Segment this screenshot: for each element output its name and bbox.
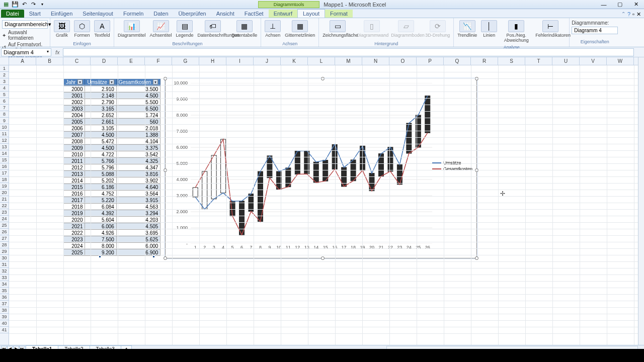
tab-pagelayout[interactable]: Seitenlayout — [77, 10, 118, 18]
row-header[interactable]: 7 — [0, 105, 9, 111]
column-header[interactable]: G — [172, 57, 199, 65]
column-header[interactable]: H — [199, 57, 226, 65]
chart-title-button[interactable]: 📊Diagrammtitel — [116, 19, 147, 39]
vertical-scrollbar[interactable] — [638, 57, 644, 345]
column-header[interactable]: N — [362, 57, 389, 65]
row-header[interactable]: 24 — [0, 216, 9, 222]
fx-icon[interactable]: fx — [52, 49, 63, 55]
column-header[interactable]: T — [525, 57, 552, 65]
row-header[interactable]: 33 — [0, 275, 9, 281]
error-bars-button[interactable]: ⊢Fehlerindikatoren — [534, 19, 567, 39]
tab-start[interactable]: Start — [24, 10, 46, 18]
column-header[interactable]: C — [63, 57, 91, 65]
column-header[interactable]: L — [308, 57, 335, 65]
row-header[interactable]: 32 — [0, 268, 9, 275]
chart-wall-button[interactable]: ▯Diagrammwand — [355, 19, 388, 39]
data-table-button[interactable]: ▦Datentabelle — [230, 19, 259, 39]
axes-button[interactable]: ⊥Achsen — [263, 19, 282, 39]
trendline-button[interactable]: 📉Trendlinie — [456, 19, 478, 39]
textbox-button[interactable]: ATextfeld — [93, 19, 112, 39]
legend-item[interactable]: Umsätze — [432, 160, 472, 165]
row-header[interactable]: 30 — [0, 255, 9, 261]
row-header[interactable]: 26 — [0, 229, 9, 235]
row-header[interactable]: 41 — [0, 327, 9, 333]
column-header[interactable]: Q — [444, 57, 471, 65]
column-header[interactable]: F — [145, 57, 172, 65]
chart-name-input[interactable]: Diagramm 4 — [572, 27, 618, 34]
tab-design[interactable]: Entwurf — [269, 10, 297, 18]
row-header[interactable]: 23 — [0, 209, 9, 216]
column-header[interactable]: B — [36, 57, 63, 65]
column-header[interactable]: J — [254, 57, 281, 65]
tab-data[interactable]: Daten — [148, 10, 173, 18]
row-header[interactable]: 9 — [0, 118, 9, 124]
row-header[interactable]: 5 — [0, 92, 9, 98]
rotation-3d-button[interactable]: ⟳3D-Drehung — [424, 19, 451, 39]
legend-item[interactable]: Gesamtkosten — [432, 166, 472, 171]
tab-view[interactable]: Ansicht — [211, 10, 239, 18]
close-button[interactable]: ✕ — [630, 1, 642, 8]
row-header[interactable]: 1 — [0, 65, 9, 72]
chart-y-axis[interactable]: -1.0002.0003.0004.0005.0006.0007.0008.00… — [166, 83, 190, 242]
row-header[interactable]: 18 — [0, 176, 9, 183]
gridlines-button[interactable]: ▦Gitternetzlinien — [283, 19, 316, 39]
row-header[interactable]: 35 — [0, 288, 9, 294]
column-header[interactable]: O — [389, 57, 417, 65]
row-header[interactable]: 20 — [0, 190, 9, 196]
row-header[interactable]: 34 — [0, 281, 9, 288]
tab-formulas[interactable]: Formeln — [118, 10, 148, 18]
tab-file[interactable]: Datei — [1, 10, 24, 18]
column-header[interactable]: E — [118, 57, 145, 65]
close-workbook-icon[interactable]: ✕ — [636, 11, 641, 18]
row-header[interactable]: 21 — [0, 196, 9, 203]
column-header[interactable]: I — [226, 57, 254, 65]
row-header[interactable]: 25 — [0, 222, 9, 229]
help-icon[interactable]: ? — [627, 11, 630, 18]
row-header[interactable]: 27 — [0, 235, 9, 242]
formula-bar[interactable] — [63, 48, 634, 56]
row-header[interactable]: 40 — [0, 320, 9, 327]
row-header[interactable]: 4 — [0, 85, 9, 92]
tab-review[interactable]: Überprüfen — [174, 10, 211, 18]
lines-button[interactable]: │Linien — [479, 19, 499, 39]
column-header[interactable]: M — [335, 57, 362, 65]
selection-handle[interactable] — [152, 255, 155, 258]
undo-icon[interactable]: ↶ — [20, 1, 28, 9]
row-header[interactable]: 31 — [0, 261, 9, 268]
row-header[interactable]: 39 — [0, 314, 9, 320]
row-header[interactable]: 28 — [0, 242, 9, 248]
legend-button[interactable]: ▤Legende — [175, 19, 195, 39]
filter-dropdown-icon[interactable]: ▾ — [153, 79, 158, 84]
chart-legend[interactable]: Umsätze Gesamtkosten — [432, 159, 472, 172]
tab-layout[interactable]: Layout — [297, 9, 325, 18]
resize-handle[interactable] — [321, 256, 325, 260]
row-header[interactable]: 15 — [0, 157, 9, 163]
picture-button[interactable]: 🖼Grafik — [52, 19, 71, 39]
qat-dropdown-icon[interactable]: ▾ — [38, 1, 46, 9]
select-all-corner[interactable] — [0, 57, 9, 65]
updown-bars-button[interactable]: ▮Pos./Neg. Abweichung — [500, 19, 533, 44]
chart-floor-button[interactable]: ▱Diagrammboden — [389, 19, 423, 39]
plot-area-button[interactable]: ▭Zeichnungsfläche — [321, 19, 354, 39]
resize-handle[interactable] — [475, 256, 478, 260]
filter-dropdown-icon[interactable]: ▾ — [109, 79, 114, 84]
name-box[interactable]: Diagramm 4▾ — [1, 48, 51, 56]
minimize-ribbon-icon[interactable]: ⌃ — [621, 11, 625, 18]
maximize-button[interactable]: ▢ — [614, 1, 626, 8]
column-header[interactable]: K — [281, 57, 308, 65]
worksheet-grid[interactable]: ABCDEFGHIJKLMNOPQRSTUVW 1234567891011121… — [0, 57, 644, 345]
row-header[interactable]: 19 — [0, 183, 9, 190]
tab-format[interactable]: Format — [325, 10, 353, 18]
row-header[interactable]: 38 — [0, 307, 9, 314]
row-header[interactable]: 11 — [0, 131, 9, 137]
column-header[interactable]: D — [91, 57, 118, 65]
column-header[interactable]: W — [607, 57, 634, 65]
minimize-button[interactable]: — — [598, 1, 610, 8]
row-header[interactable]: 22 — [0, 203, 9, 209]
column-header[interactable]: U — [552, 57, 580, 65]
row-header[interactable]: 10 — [0, 124, 9, 131]
chart-element-selector[interactable]: Diagrammbereich▾ — [2, 20, 48, 29]
excel-icon[interactable]: ▦ — [2, 1, 10, 9]
row-header[interactable]: 17 — [0, 170, 9, 176]
save-icon[interactable]: 💾 — [11, 1, 19, 9]
